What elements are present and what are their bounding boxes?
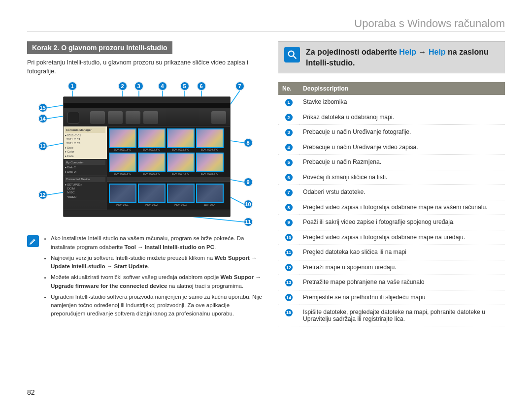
svg-line-13 xyxy=(231,197,244,204)
diagram-label: 8 xyxy=(244,138,253,147)
svg-line-16 xyxy=(294,56,297,59)
note-item: Najnoviju verziju softvera Intelli-studi… xyxy=(51,254,264,271)
row-description: Povećaj ili smanji sličice na listi. xyxy=(299,170,505,185)
row-number-badge: 3 xyxy=(285,129,293,136)
row-number-badge: 4 xyxy=(285,144,293,151)
table-row: 1Stavke izbornika xyxy=(278,95,505,110)
app-window-mock: Contents Manager ▸ 2011-C-01 2011 C 03 2… xyxy=(63,96,231,217)
table-row: 12Pretraži mape u spojenom uređaju. xyxy=(278,260,505,275)
diagram-label: 13 xyxy=(38,142,47,151)
row-number-badge: 7 xyxy=(285,189,293,196)
row-description: Premjestite se na prethodnu ili slijedeć… xyxy=(299,290,505,305)
table-row: 9Poaži ili sakrij video zapise i fotogra… xyxy=(278,215,505,230)
diagram-label: 15 xyxy=(38,103,47,112)
table-row: 6Povećaj ili smanji sličice na listi. xyxy=(278,170,505,185)
diagram-label: 14 xyxy=(38,114,47,123)
help-text: Za pojedinosti odaberite Help → Help na … xyxy=(306,47,499,68)
diagram-label: 1 xyxy=(68,82,77,91)
row-number-badge: 11 xyxy=(285,249,293,256)
magnifier-icon xyxy=(284,47,300,63)
svg-line-10 xyxy=(47,192,63,195)
table-row: 7Odaberi vrstu datoteke. xyxy=(278,185,505,200)
row-number-badge: 14 xyxy=(285,294,293,301)
table-header-num: Ne. xyxy=(278,82,299,95)
row-number-badge: 6 xyxy=(285,174,293,181)
row-description: Pregled video zapisa i fotografija odabr… xyxy=(299,230,505,245)
diagram-label: 10 xyxy=(244,200,253,209)
diagram-label: 5 xyxy=(180,82,189,91)
note-item: Možete aktualizirati tvornički softver v… xyxy=(51,273,264,290)
description-table: Ne. Deopisscription 1Stavke izbornika2Pr… xyxy=(278,82,505,326)
step-heading: Korak 2. O glavnom prozoru Intelli-studi… xyxy=(27,41,172,54)
svg-line-11 xyxy=(231,141,244,143)
row-description: Pretraži mape u spojenom uređaju. xyxy=(299,260,505,275)
table-row: 14Premjestite se na prethodnu ili slijed… xyxy=(278,290,505,305)
table-row: 13Pretražite mape pohranjene na vaše rač… xyxy=(278,275,505,290)
row-description: Stavke izbornika xyxy=(299,95,505,110)
table-header-desc: Deopisscription xyxy=(299,82,505,95)
svg-line-9 xyxy=(47,143,63,146)
diagram-label: 3 xyxy=(134,82,143,91)
row-number-badge: 2 xyxy=(285,114,293,121)
row-description: Prikaz datoteka u odabranoj mapi. xyxy=(299,110,505,125)
table-row: 11Pregled datoteka kao sličica ili na ma… xyxy=(278,245,505,260)
table-row: 2Prikaz datoteka u odabranoj mapi. xyxy=(278,110,505,125)
diagram-label: 9 xyxy=(244,178,253,187)
row-description: Pregled video zapisa i fotografija odabr… xyxy=(299,200,505,215)
help-callout: Za pojedinosti odaberite Help → Help na … xyxy=(278,41,505,73)
row-description: Prebacuje u način Uređivanje fotografije… xyxy=(299,125,505,140)
note-item: Ako instalirate Intelli-studio na vašem … xyxy=(51,234,264,251)
table-row: 8Pregled video zapisa i fotografija odab… xyxy=(278,200,505,215)
table-row: 10Pregled video zapisa i fotografija oda… xyxy=(278,230,505,245)
row-description: Ispišite datoteke, pregledajte datoteke … xyxy=(299,305,505,326)
row-number-badge: 13 xyxy=(285,279,293,286)
note-item: Ugrađeni Intelli-studio softvera proizvo… xyxy=(51,293,264,318)
page-number: 82 xyxy=(27,388,35,396)
notes-list: Ako instalirate Intelli-studio na vašem … xyxy=(51,234,264,320)
row-number-badge: 8 xyxy=(285,204,293,211)
svg-line-12 xyxy=(231,180,244,182)
diagram-label: 4 xyxy=(158,82,167,91)
row-description: Pretražite mape pohranjene na vaše račun… xyxy=(299,275,505,290)
svg-point-15 xyxy=(289,51,294,57)
diagram-label: 2 xyxy=(118,82,127,91)
svg-line-7 xyxy=(47,105,63,108)
row-description: Poaži ili sakrij video zapise i fotograf… xyxy=(299,215,505,230)
diagram-label: 6 xyxy=(197,82,206,91)
row-description: Pregled datoteka kao sličica ili na mapi xyxy=(299,245,505,260)
diagram-label: 7 xyxy=(235,82,244,91)
page-header-title: Uporaba s Windows računalom xyxy=(27,17,505,31)
row-number-badge: 1 xyxy=(285,99,293,106)
diagram-label: 12 xyxy=(38,190,47,199)
intro-paragraph: Pri pokretanju Intelli-studio, u glavnom… xyxy=(27,58,264,76)
row-number-badge: 15 xyxy=(285,309,293,316)
diagram-label: 11 xyxy=(244,218,253,226)
row-number-badge: 9 xyxy=(285,219,293,226)
row-description: Odaberi vrstu datoteke. xyxy=(299,185,505,200)
row-number-badge: 12 xyxy=(285,264,293,271)
pencil-icon xyxy=(27,235,39,247)
table-row: 3Prebacuje u način Uređivanje fotografij… xyxy=(278,125,505,140)
row-number-badge: 10 xyxy=(285,234,293,241)
intelli-studio-diagram: 1 2 3 4 5 6 7 15 14 13 12 8 9 10 11 xyxy=(33,82,258,227)
svg-line-8 xyxy=(47,116,63,119)
row-description: Prebacuje u način Razmjena. xyxy=(299,155,505,170)
table-row: 15Ispišite datoteke, pregledajte datotek… xyxy=(278,305,505,326)
table-row: 5Prebacuje u način Razmjena. xyxy=(278,155,505,170)
table-row: 4Prebacuje u način Uređivanje video zapi… xyxy=(278,140,505,155)
row-number-badge: 5 xyxy=(285,159,293,166)
row-description: Prebacuje u način Uređivanje video zapis… xyxy=(299,140,505,155)
